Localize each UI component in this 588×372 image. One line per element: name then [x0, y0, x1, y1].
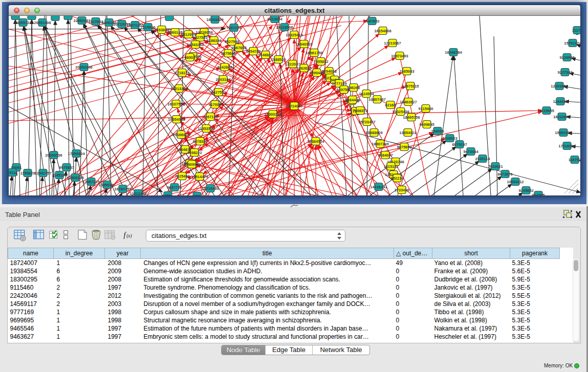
svg-text:9146821: 9146821: [258, 53, 273, 57]
svg-text:3875685: 3875685: [221, 51, 235, 56]
svg-text:9527508: 9527508: [224, 39, 239, 44]
svg-text:15300293: 15300293: [264, 112, 281, 117]
svg-text:13654923: 13654923: [399, 130, 416, 135]
svg-text:7632621: 7632621: [488, 164, 503, 169]
svg-text:9245652: 9245652: [518, 188, 533, 193]
svg-text:8186323: 8186323: [206, 38, 221, 43]
svg-text:9327503: 9327503: [192, 35, 207, 40]
svg-text:39114: 39114: [9, 170, 18, 175]
svg-text:19218506: 19218506: [276, 25, 293, 30]
svg-text:155: 155: [194, 194, 201, 196]
svg-text:1364436: 1364436: [345, 98, 360, 102]
svg-text:1527602: 1527602: [88, 19, 103, 24]
svg-text:10958107: 10958107: [98, 183, 115, 187]
svg-text:7163822: 7163822: [154, 28, 169, 32]
svg-text:924565: 924565: [532, 193, 545, 196]
svg-text:19654985: 19654985: [168, 117, 185, 122]
svg-text:14055724: 14055724: [14, 20, 32, 25]
svg-text:9115460: 9115460: [419, 106, 433, 111]
svg-text:1362635: 1362635: [296, 66, 311, 71]
svg-text:16210643: 16210643: [553, 115, 570, 119]
svg-text:18807249: 18807249: [372, 142, 388, 146]
svg-text:10025438: 10025438: [392, 110, 409, 114]
svg-text:1733426: 1733426: [394, 188, 409, 192]
svg-text:9084067: 9084067: [378, 153, 393, 158]
svg-text:17957225: 17957225: [82, 180, 99, 184]
svg-text:14914479: 14914479: [191, 174, 208, 179]
svg-text:8427552: 8427552: [211, 90, 226, 95]
svg-text:15716485: 15716485: [202, 186, 219, 191]
svg-text:7486372: 7486372: [353, 108, 367, 113]
svg-text:116753: 116753: [569, 158, 580, 162]
svg-text:8660125: 8660125: [167, 30, 182, 35]
svg-text:2935114: 2935114: [475, 157, 491, 161]
svg-text:62160: 62160: [385, 103, 396, 107]
svg-text:8471676: 8471676: [497, 172, 512, 177]
svg-text:9699695: 9699695: [419, 122, 434, 127]
svg-text:2867608: 2867608: [231, 46, 246, 50]
svg-text:11173: 11173: [572, 28, 580, 33]
svg-text:11353594: 11353594: [198, 126, 215, 131]
svg-text:10654112: 10654112: [507, 180, 524, 184]
svg-text:2087652: 2087652: [364, 19, 379, 24]
svg-text:8938923: 8938923: [442, 136, 457, 141]
svg-text:8215955: 8215955: [539, 108, 554, 113]
svg-text:15409949: 15409949: [183, 162, 200, 167]
svg-text:16033809: 16033809: [206, 17, 223, 22]
svg-text:18724007: 18724007: [286, 104, 302, 108]
svg-text:6794028: 6794028: [321, 69, 336, 74]
svg-text:11923448: 11923448: [130, 191, 147, 196]
svg-text:12942757: 12942757: [34, 171, 51, 176]
svg-text:252214: 252214: [390, 176, 404, 181]
svg-text:7955812: 7955812: [313, 59, 328, 64]
svg-text:1156829: 1156829: [20, 171, 35, 176]
svg-text:10807487: 10807487: [368, 97, 385, 102]
svg-text:16543362: 16543362: [187, 42, 204, 47]
svg-text:16648784: 16648784: [445, 50, 462, 55]
svg-text:117004: 117004: [209, 102, 222, 107]
svg-text:12975115: 12975115: [402, 84, 419, 89]
svg-text:12213967: 12213967: [384, 41, 401, 46]
svg-text:18495756: 18495756: [403, 115, 420, 120]
svg-text:14136141: 14136141: [370, 185, 387, 189]
svg-text:1588520: 1588520: [271, 57, 286, 62]
svg-text:16782759: 16782759: [114, 187, 131, 191]
svg-text:(x): (x): [126, 233, 132, 239]
svg-text:3267130: 3267130: [203, 115, 217, 119]
svg-text:1624554: 1624554: [359, 92, 374, 96]
svg-text:7625402: 7625402: [175, 174, 189, 179]
svg-text:4498222: 4498222: [187, 150, 202, 155]
svg-text:10973493: 10973493: [391, 54, 408, 58]
svg-text:19166825: 19166825: [172, 133, 189, 137]
svg-text:13325419: 13325419: [286, 33, 302, 37]
svg-text:9875692: 9875692: [397, 145, 411, 149]
svg-text:9474444: 9474444: [463, 149, 478, 154]
svg-text:10688609: 10688609: [365, 130, 382, 135]
svg-text:12213389: 12213389: [170, 86, 187, 91]
svg-text:746266: 746266: [347, 85, 360, 90]
svg-text:164095: 164095: [431, 129, 444, 134]
svg-text:17859924: 17859924: [68, 151, 85, 156]
svg-text:16961758: 16961758: [306, 51, 322, 55]
svg-text:15751074: 15751074: [564, 41, 580, 46]
svg-text:7357224: 7357224: [226, 26, 242, 30]
svg-text:20691406: 20691406: [34, 20, 51, 25]
svg-text:16640910: 16640910: [295, 42, 312, 47]
svg-text:9227343: 9227343: [557, 70, 572, 75]
svg-text:2803144: 2803144: [215, 77, 231, 82]
svg-text:20053346: 20053346: [75, 65, 92, 70]
svg-text:16107553: 16107553: [167, 102, 184, 106]
svg-text:20206536: 20206536: [45, 153, 62, 158]
svg-text:6879197: 6879197: [452, 142, 467, 147]
svg-text:19384554: 19384554: [307, 139, 324, 144]
svg-text:9777169: 9777169: [332, 81, 346, 86]
svg-text:15720407: 15720407: [358, 120, 375, 124]
svg-text:9329966: 9329966: [559, 55, 574, 60]
svg-text:12093853: 12093853: [551, 84, 568, 89]
svg-text:98901: 98901: [185, 55, 195, 60]
svg-text:2718176: 2718176: [175, 71, 189, 75]
svg-text:7485063: 7485063: [399, 69, 414, 74]
svg-text:8878332: 8878332: [192, 139, 207, 144]
svg-text:7515526: 7515526: [140, 25, 155, 30]
svg-text:8813054: 8813054: [267, 17, 282, 21]
